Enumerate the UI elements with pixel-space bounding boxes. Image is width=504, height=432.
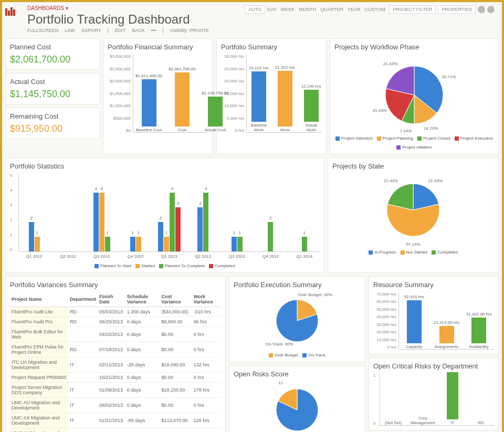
legend-item: Completed	[432, 250, 458, 255]
cell: $8,800.00	[160, 317, 192, 327]
svg-text:57.14%: 57.14%	[406, 242, 420, 247]
svg-text:35.71%: 35.71%	[442, 75, 456, 79]
cell: UMC AY Migration and Development	[10, 428, 68, 433]
kpi-remaining-cost: Remaining Cost $915,950.00	[5, 108, 100, 139]
chart-title: Portfolio Statistics	[10, 162, 320, 170]
cell: RD	[68, 307, 98, 317]
table-row[interactable]: ITC UA Migration and DevelopmentIT02/11/…	[10, 357, 221, 373]
cell: 0 days	[125, 428, 160, 433]
cell: IT	[68, 413, 98, 428]
cell: IT	[68, 428, 98, 433]
chart-title: Open Critical Risks by Department	[373, 362, 494, 370]
kpi-planned-cost: Planned Cost $2,061,700.00	[5, 38, 100, 70]
project-filter-button[interactable]: PROJECT FILTER	[389, 5, 436, 14]
cell: $0.00	[160, 327, 192, 342]
bar: Corp Management	[411, 415, 435, 425]
bar: 21,214.00 hrsAssignments	[434, 320, 460, 349]
svg-text:14.29%: 14.29%	[424, 126, 438, 131]
legend-item: Planned To Complete	[159, 264, 205, 268]
chart-projects-by-state: Projects by State 21.43%57.14%21.43% In-…	[328, 157, 499, 273]
gear-icon[interactable]	[478, 6, 485, 13]
legend-item: Started	[135, 264, 155, 268]
col-header[interactable]: Finish Date	[98, 292, 125, 307]
chart-critical-risks: Open Critical Risks by Department 10 (No…	[369, 357, 499, 430]
chart-financial-summary: Portfolio Financial Summary $3,000,000$2…	[103, 38, 213, 154]
time-tab-year[interactable]: YEAR	[345, 6, 363, 13]
time-tab-quarter[interactable]: QUARTER	[318, 6, 345, 13]
svg-text:21.43%: 21.43%	[384, 178, 398, 183]
cell: 0 days	[125, 383, 160, 398]
svg-text:7.14%: 7.14%	[400, 129, 412, 133]
time-tab-month[interactable]: MONTH	[297, 6, 318, 13]
bar: 21,322 hrsWork	[275, 65, 295, 133]
stats-group: 2Q4 2013	[255, 222, 286, 251]
chart-title: Portfolio Variances Summary	[10, 281, 221, 289]
col-header[interactable]: Project Name	[10, 292, 68, 307]
cell: UMC AU Migration and Development	[10, 398, 68, 413]
legend-item: Not Started	[401, 250, 427, 255]
properties-button[interactable]: PROPERTIES	[438, 5, 476, 14]
subtool-link[interactable]: LINK	[65, 28, 76, 33]
cell: 05/03/2013	[98, 307, 125, 317]
chart-workflow-phase: Projects by Workflow Phase 35.71%14.29%7…	[330, 38, 499, 154]
table-row[interactable]: UMC AY Migration and DevelopmentIT02/21/…	[10, 428, 221, 433]
legend-item: Project Selection	[335, 136, 373, 141]
chart-title: Open Risks Score	[234, 370, 361, 378]
cell: 0 days	[125, 342, 160, 357]
time-tab-week[interactable]: WEEK	[279, 6, 297, 13]
col-header[interactable]: Work Variance	[192, 292, 221, 307]
table-row[interactable]: FluentPro Bulk Editor for Web04/22/20130…	[10, 327, 221, 342]
help-icon[interactable]	[487, 6, 495, 13]
stats-group: 1Q1 2014	[289, 237, 320, 251]
chart-title: Projects by State	[332, 162, 494, 170]
table-row[interactable]: FluentPro Audit LiteRD05/03/20131,356 da…	[10, 307, 221, 317]
cell: $18,090.00	[160, 357, 192, 373]
table-row[interactable]: UMC AU Migration and DevelopmentIT08/02/…	[10, 398, 221, 413]
cell: -28 days	[125, 357, 160, 373]
cell	[68, 373, 98, 383]
col-header[interactable]: Schedule Variance	[125, 292, 160, 307]
bar: RD	[470, 419, 492, 425]
subtool-back[interactable]: BACK	[132, 28, 145, 33]
table-row[interactable]: Project Server Migration DDS companyIT01…	[10, 383, 221, 398]
cell: 06/28/2013	[98, 317, 125, 327]
cell: 0 hrs	[192, 373, 221, 383]
stats-group: 441Q3 2012	[87, 193, 117, 251]
cell: FluentPro Audit Pro	[10, 317, 68, 327]
cell: UMC AX Migration and Development	[10, 413, 68, 428]
cell: 0 hrs	[192, 428, 221, 433]
time-tab-auto[interactable]: AUTO	[245, 5, 265, 14]
chart-open-risks: Open Risks Score 911 Open Low/Average Ri…	[229, 365, 365, 432]
col-header[interactable]: Department	[68, 292, 98, 307]
cell	[68, 327, 98, 342]
chart-title: Portfolio Financial Summary	[108, 43, 208, 51]
col-header[interactable]: Cost Variance	[160, 292, 192, 307]
cell: 04/22/2013	[98, 327, 125, 342]
subtool-edit[interactable]: EDIT	[115, 28, 126, 33]
stats-group: 21Q1 2012	[19, 222, 49, 251]
variances-table[interactable]: Project NameDepartmentFinish DateSchedul…	[10, 292, 221, 432]
cell: 128 hrs	[192, 413, 221, 428]
cell: $0.00	[160, 373, 192, 383]
subtool-•••[interactable]: •••	[151, 28, 156, 33]
chart-title: Projects by Workflow Phase	[334, 43, 494, 51]
table-row[interactable]: UMC AX Migration and DevelopmentIT01/21/…	[10, 413, 221, 428]
cell: 08/02/2013	[98, 398, 125, 413]
cell: 01/09/2013	[98, 383, 125, 398]
stats-group: 34Q2 2013	[188, 193, 218, 251]
subtool-export[interactable]: EXPORT	[82, 28, 101, 33]
cell: Project Server Migration DDS company	[10, 383, 68, 398]
subtool-fullscreen[interactable]: FULLSCREEN	[27, 28, 59, 33]
cell: Project Request PR00003	[10, 373, 68, 383]
stats-group: 2143Q1 2013	[154, 193, 184, 251]
bar: 12,190 hrsActual Work	[301, 84, 321, 133]
table-row[interactable]: FluentPro EPM Pulse for Project OnlineRD…	[10, 342, 221, 357]
time-tab-day[interactable]: DAY	[265, 6, 279, 13]
svg-text:21.43%: 21.43%	[373, 108, 387, 113]
table-row[interactable]: FluentPro Audit ProRD06/28/20130 days$8,…	[10, 317, 221, 327]
table-row[interactable]: Project Request PR0000310/21/20130 days$…	[10, 373, 221, 383]
subtool-|: |	[162, 28, 163, 33]
kpi-actual-cost: Actual Cost $1,145,750.00	[5, 73, 100, 104]
time-tab-custom[interactable]: CUSTOM	[363, 6, 387, 13]
cell: 0 days	[125, 327, 160, 342]
